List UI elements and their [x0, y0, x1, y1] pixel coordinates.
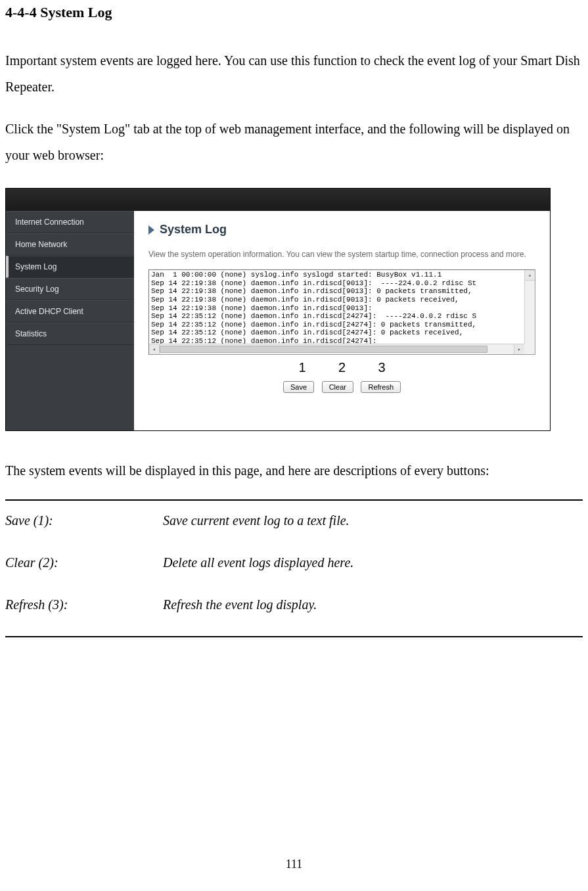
sidebar-item-security-log[interactable]: Security Log [6, 278, 134, 300]
intro-paragraph-2: Click the "System Log" tab at the top of… [5, 116, 583, 168]
description-row-clear: Clear (2): Delete all event logs display… [5, 552, 583, 573]
divider-bottom [5, 636, 583, 637]
refresh-button[interactable]: Refresh [361, 381, 401, 393]
screenshot-figure: Internet Connection Home Network System … [5, 188, 551, 431]
panel-description: View the system operation information. Y… [148, 248, 535, 260]
scroll-right-icon[interactable]: ▸ [514, 344, 524, 354]
divider-top [5, 499, 583, 501]
button-row: Save Clear Refresh [148, 378, 535, 393]
scrollbar-horizontal[interactable]: ◂ ▸ [149, 344, 524, 354]
scroll-up-icon[interactable]: ▴ [525, 270, 535, 281]
sidebar-item-internet-connection[interactable]: Internet Connection [6, 211, 134, 233]
sidebar-item-system-log[interactable]: System Log [6, 256, 134, 278]
description-text: Refresh the event log display. [163, 594, 317, 615]
screenshot-topbar [6, 189, 550, 211]
callout-2: 2 [324, 360, 360, 375]
description-text: Save current event log to a text file. [163, 510, 350, 531]
description-label: Clear (2): [5, 552, 163, 573]
scroll-corner [524, 344, 535, 354]
clear-button[interactable]: Clear [322, 381, 353, 393]
description-row-refresh: Refresh (3): Refresh the event log displ… [5, 594, 583, 615]
scroll-thumb[interactable] [160, 346, 487, 353]
page-number: 111 [0, 857, 588, 871]
sidebar-item-statistics[interactable]: Statistics [6, 323, 134, 345]
chevron-right-icon [148, 225, 154, 235]
screenshot-sidebar: Internet Connection Home Network System … [6, 211, 134, 430]
intro-paragraph-1: Important system events are logged here.… [5, 47, 583, 100]
description-row-save: Save (1): Save current event log to a te… [5, 510, 583, 531]
panel-title: System Log [160, 223, 227, 237]
log-content: Jan 1 00:00:00 (none) syslog.info syslog… [149, 270, 535, 346]
scrollbar-vertical[interactable]: ▴ [524, 270, 535, 344]
callout-numbers: 1 2 3 [148, 360, 535, 375]
callout-1: 1 [284, 360, 320, 375]
log-textarea[interactable]: Jan 1 00:00:00 (none) syslog.info syslog… [148, 269, 535, 355]
description-text: Delete all event logs displayed here. [163, 552, 353, 573]
buttons-intro-paragraph: The system events will be displayed in t… [5, 457, 583, 484]
screenshot-main: System Log View the system operation inf… [134, 211, 550, 430]
scroll-left-icon[interactable]: ◂ [149, 344, 160, 354]
sidebar-item-home-network[interactable]: Home Network [6, 233, 134, 256]
panel-title-row: System Log [148, 223, 535, 237]
description-label: Save (1): [5, 510, 163, 531]
description-label: Refresh (3): [5, 594, 163, 615]
screenshot-body: Internet Connection Home Network System … [6, 211, 550, 430]
sidebar-item-active-dhcp-client[interactable]: Active DHCP Client [6, 300, 134, 323]
callout-3: 3 [364, 360, 400, 375]
save-button[interactable]: Save [283, 381, 314, 393]
section-heading: 4-4-4 System Log [5, 4, 583, 21]
